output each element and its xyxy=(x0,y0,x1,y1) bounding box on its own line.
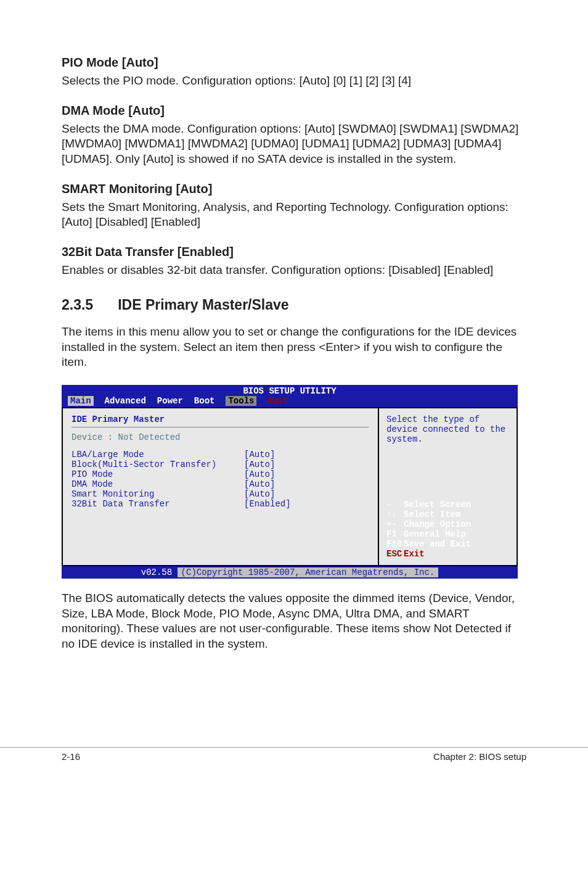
bios-version: v02.58 xyxy=(141,567,172,577)
key-f10-icon: F10 xyxy=(386,539,404,549)
opt-32bit[interactable]: 32Bit Data Transfer xyxy=(71,499,244,509)
tab-power[interactable]: Power xyxy=(157,396,183,406)
tab-main[interactable]: Main xyxy=(68,396,94,406)
page-footer: 2-16 Chapter 2: BIOS setup xyxy=(0,747,588,786)
val-pio: [Auto] xyxy=(244,469,275,479)
tab-exit[interactable]: Exit xyxy=(267,396,288,406)
bios-tabs: Main Advanced Power Boot Tools Exit xyxy=(62,396,518,407)
heading-2-3-5: 2.3.5IDE Primary Master/Slave xyxy=(62,297,526,313)
bios-title: BIOS SETUP UTILITY xyxy=(62,385,518,396)
heading-pio: PIO Mode [Auto] xyxy=(62,56,526,70)
val-lba: [Auto] xyxy=(244,450,275,460)
bios-right-pane: Select the type of device connected to t… xyxy=(379,407,518,566)
key-lr-icon: ↔ xyxy=(386,500,404,510)
val-smart: [Auto] xyxy=(244,489,275,499)
chapter-label: Chapter 2: BIOS setup xyxy=(433,751,526,762)
text-32bit: Enables or disables 32-bit data transfer… xyxy=(62,263,526,278)
bios-footer: v02.58 (C)Copyright 1985-2007, American … xyxy=(62,566,518,579)
opt-smart[interactable]: Smart Monitoring xyxy=(71,489,244,499)
tab-boot[interactable]: Boot xyxy=(194,396,215,406)
opt-dma[interactable]: DMA Mode xyxy=(71,479,244,489)
intro-text: The items in this menu allow you to set … xyxy=(62,324,526,370)
key-esc-text: Exit xyxy=(404,549,425,559)
val-block: [Auto] xyxy=(244,460,275,469)
heading-title: IDE Primary Master/Slave xyxy=(118,297,288,313)
opt-lba[interactable]: LBA/Large Mode xyxy=(71,450,244,460)
key-f1-text: General Help xyxy=(404,529,466,539)
key-f10-text: Save and Exit xyxy=(404,539,471,549)
val-32bit: [Enabled] xyxy=(244,499,291,509)
key-f1-icon: F1 xyxy=(386,529,404,539)
bios-copyright: (C)Copyright 1985-2007, American Megatre… xyxy=(178,567,439,577)
text-smart: Sets the Smart Monitoring, Analysis, and… xyxy=(62,200,526,230)
outro-text: The BIOS automatically detects the value… xyxy=(62,591,526,652)
key-pm-text: Change Option xyxy=(404,519,471,529)
val-dma: [Auto] xyxy=(244,479,275,489)
heading-32bit: 32Bit Data Transfer [Enabled] xyxy=(62,245,526,259)
tab-tools[interactable]: Tools xyxy=(226,396,256,406)
key-esc-icon: ESC xyxy=(386,549,404,559)
page-number: 2-16 xyxy=(62,751,80,762)
bios-setup-box: BIOS SETUP UTILITY Main Advanced Power B… xyxy=(62,385,518,579)
key-ud-text: Select Item xyxy=(404,510,460,519)
tab-advanced[interactable]: Advanced xyxy=(105,396,146,406)
heading-number: 2.3.5 xyxy=(62,297,93,313)
key-lr-text: Select Screen xyxy=(404,500,471,510)
bios-device-line: Device : Not Detected xyxy=(71,432,369,442)
heading-dma: DMA Mode [Auto] xyxy=(62,104,526,118)
bios-help-text: Select the type of device connected to t… xyxy=(386,415,509,444)
heading-smart: SMART Monitoring [Auto] xyxy=(62,182,526,196)
key-pm-icon: +- xyxy=(386,519,404,529)
opt-pio[interactable]: PIO Mode xyxy=(71,469,244,479)
text-dma: Selects the DMA mode. Configuration opti… xyxy=(62,122,526,167)
text-pio: Selects the PIO mode. Configuration opti… xyxy=(62,73,526,89)
key-ud-icon: ↑↓ xyxy=(386,510,404,519)
opt-block[interactable]: Block(Multi-Sector Transfer) xyxy=(71,460,244,469)
bios-header: IDE Primary Master xyxy=(71,415,369,424)
bios-left-pane: IDE Primary Master Device : Not Detected… xyxy=(62,407,379,566)
